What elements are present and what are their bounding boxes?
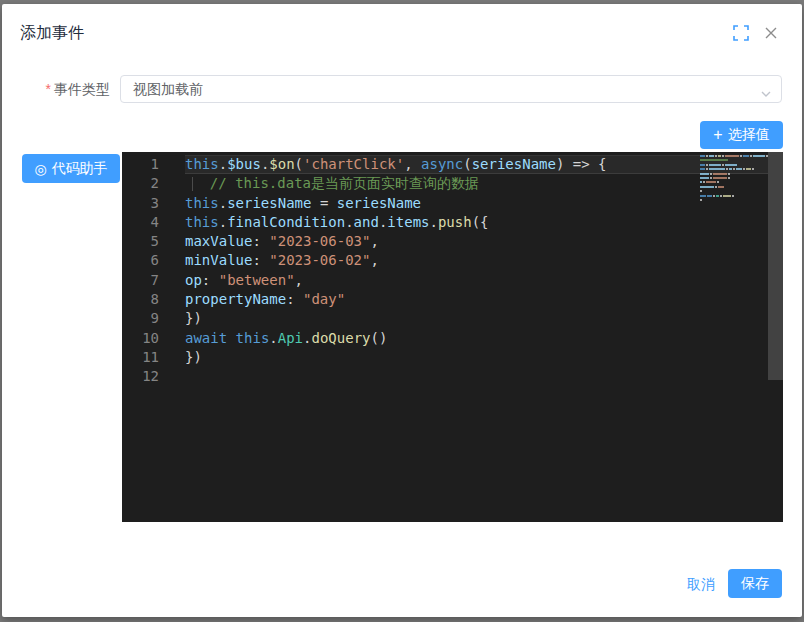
code-line[interactable]: maxValue: "2023-06-03",: [185, 232, 783, 251]
line-number: 6: [122, 251, 159, 270]
line-number: 7: [122, 271, 159, 290]
code-line[interactable]: minValue: "2023-06-02",: [185, 251, 783, 270]
code-editor[interactable]: 123456789101112 this.$bus.$on('chartClic…: [122, 152, 783, 522]
code-line[interactable]: op: "between",: [185, 271, 783, 290]
cancel-button[interactable]: 取消: [687, 576, 715, 594]
required-asterisk: *: [46, 81, 51, 97]
line-number: 9: [122, 309, 159, 328]
event-type-select[interactable]: 视图加载前: [120, 75, 782, 103]
code-line[interactable]: [185, 367, 783, 386]
dialog-title: 添加事件: [20, 23, 84, 44]
minimap-line: [700, 203, 768, 207]
code-lines[interactable]: this.$bus.$on('chartClick', async(series…: [185, 155, 783, 387]
close-icon[interactable]: [762, 24, 780, 42]
event-type-selected-value: 视图加载前: [133, 81, 203, 97]
chevron-down-icon: [759, 83, 773, 109]
code-line[interactable]: propertyName: "day": [185, 290, 783, 309]
line-number: 3: [122, 194, 159, 213]
event-type-label: *事件类型: [2, 75, 110, 103]
line-number: 1: [122, 155, 159, 174]
code-line[interactable]: this.finalCondition.and.items.push({: [185, 213, 783, 232]
line-number: 2: [122, 174, 159, 193]
line-number: 12: [122, 367, 159, 386]
line-number: 8: [122, 290, 159, 309]
code-assistant-label: 代码助手: [52, 160, 108, 178]
fullscreen-icon[interactable]: [733, 25, 749, 41]
line-number: 11: [122, 348, 159, 367]
event-type-label-text: 事件类型: [54, 81, 110, 97]
gutter: 123456789101112: [122, 155, 159, 387]
target-icon: ◎: [34, 162, 46, 176]
code-line[interactable]: }): [185, 348, 783, 367]
add-event-dialog: 添加事件 *事件类型 视图加载前 + 选择值 ◎ 代码助手 1234567891…: [2, 4, 802, 617]
line-number: 5: [122, 232, 159, 251]
select-value-button[interactable]: + 选择值: [700, 121, 783, 149]
select-value-label: 选择值: [728, 126, 770, 144]
code-line[interactable]: this.$bus.$on('chartClick', async(series…: [185, 155, 783, 174]
code-line[interactable]: this.seriesName = seriesName: [185, 194, 783, 213]
code-assistant-button[interactable]: ◎ 代码助手: [22, 154, 120, 183]
save-button[interactable]: 保存: [728, 569, 782, 598]
code-line[interactable]: }): [185, 309, 783, 328]
line-number: 4: [122, 213, 159, 232]
minimap-slider[interactable]: [768, 152, 783, 380]
code-line[interactable]: // this.data是当前页面实时查询的数据: [185, 174, 783, 193]
line-number: 10: [122, 329, 159, 348]
minimap[interactable]: [700, 155, 768, 208]
code-line[interactable]: await this.Api.doQuery(): [185, 329, 783, 348]
plus-icon: +: [713, 127, 722, 143]
